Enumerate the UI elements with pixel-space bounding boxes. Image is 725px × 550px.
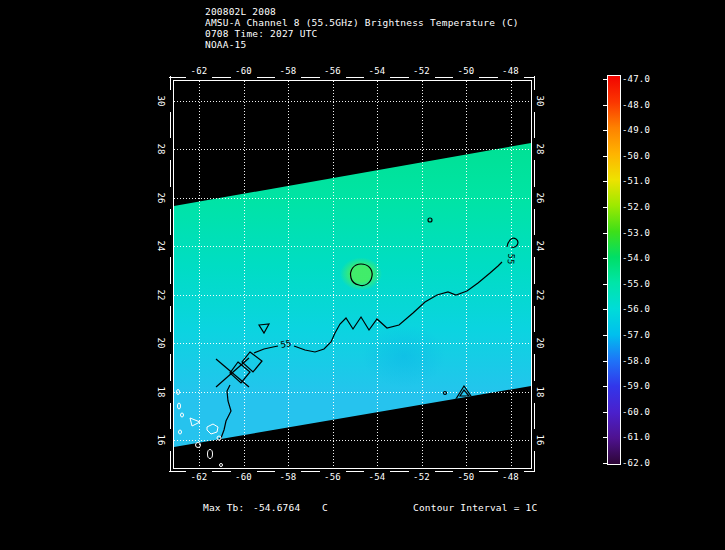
axis-tick-segment-right <box>534 160 535 186</box>
lon-tick-label-top: -56 <box>324 66 341 76</box>
colorbar-tick <box>603 207 607 208</box>
colorbar-tick <box>603 386 607 387</box>
lat-tick-label-right: 16 <box>535 434 545 445</box>
lat-tick-label-left: 26 <box>156 192 166 203</box>
lat-tick-label-right: 24 <box>535 241 545 252</box>
colorbar-tick <box>603 130 607 131</box>
axis-tick-segment-right <box>534 451 535 471</box>
colorbar-tick <box>603 258 607 259</box>
colorbar-tick <box>603 361 607 362</box>
axis-tick-segment-left <box>170 76 171 90</box>
colorbar <box>607 75 621 465</box>
colorbar-tick <box>603 181 607 182</box>
colorbar-tick <box>603 284 607 285</box>
colorbar-tick <box>603 233 607 234</box>
title-block: 200802L 2008 AMSU-A Channel 8 (55.5GHz) … <box>205 6 519 50</box>
island-outline <box>179 430 182 434</box>
lat-tick-label-left: 18 <box>156 386 166 397</box>
colorbar-tick-label: -56.0 <box>622 304 650 314</box>
colorbar-tick-label: -61.0 <box>622 432 650 442</box>
lat-tick-label-right: 30 <box>535 95 545 106</box>
axis-tick-segment-bottom <box>169 471 186 472</box>
axis-tick-segment-left <box>170 257 171 283</box>
colorbar-tick <box>603 79 607 80</box>
axis-tick-segment-top <box>435 77 454 78</box>
axis-tick-segment-top <box>346 77 365 78</box>
lon-tick-label-bottom: -58 <box>280 472 297 482</box>
colorbar-tick-label: -47.0 <box>622 74 650 84</box>
coastline-islands-layer <box>174 81 531 468</box>
lon-tick-label-top: -58 <box>280 66 297 76</box>
lon-tick-label-bottom: -50 <box>458 472 475 482</box>
island-outline <box>207 424 218 434</box>
axis-tick-segment-right <box>534 354 535 380</box>
island-outline <box>177 390 180 395</box>
lon-tick-label-bottom: -52 <box>413 472 430 482</box>
axis-tick-segment-top <box>301 77 320 78</box>
lon-tick-label-top: -60 <box>235 66 252 76</box>
lon-tick-label-top: -62 <box>191 66 208 76</box>
axis-tick-segment-left <box>170 112 171 138</box>
axis-tick-segment-left <box>170 451 171 471</box>
lon-tick-label-top: -52 <box>413 66 430 76</box>
max-tb-unit: C <box>322 502 328 513</box>
axis-tick-segment-top <box>169 77 186 78</box>
axis-tick-segment-top <box>212 77 231 78</box>
axis-tick-segment-top <box>390 77 409 78</box>
island-outline <box>178 403 181 409</box>
lat-tick-label-left: 20 <box>156 338 166 349</box>
colorbar-tick-label: -48.0 <box>622 100 650 110</box>
axis-tick-segment-bottom <box>435 471 454 472</box>
colorbar-tick-label: -58.0 <box>622 356 650 366</box>
lat-tick-label-left: 16 <box>156 434 166 445</box>
axis-tick-segment-bottom <box>390 471 409 472</box>
colorbar-tick <box>603 309 607 310</box>
lon-tick-label-bottom: -62 <box>191 472 208 482</box>
colorbar-tick-label: -50.0 <box>622 151 650 161</box>
colorbar-tick-label: -57.0 <box>622 330 650 340</box>
max-tb-label: Max Tb: <box>203 502 244 513</box>
colorbar-tick-label: -60.0 <box>622 407 650 417</box>
axis-tick-segment-bottom <box>257 471 276 472</box>
island-outline <box>190 418 200 426</box>
axis-tick-segment-bottom <box>301 471 320 472</box>
colorbar-tick <box>603 156 607 157</box>
lat-tick-label-right: 28 <box>535 144 545 155</box>
axis-tick-segment-bottom <box>346 471 365 472</box>
island-outlines <box>177 390 223 467</box>
island-outline <box>181 413 184 417</box>
colorbar-tick <box>603 105 607 106</box>
lat-tick-label-left: 22 <box>156 289 166 300</box>
axis-tick-segment-top <box>257 77 276 78</box>
title-time-line: 0708 Time: 2027 UTC <box>205 28 519 39</box>
colorbar-tick <box>603 463 607 464</box>
axis-tick-segment-bottom <box>479 471 498 472</box>
lon-tick-label-top: -48 <box>502 66 519 76</box>
axis-tick-segment-left <box>170 354 171 380</box>
island-outline <box>217 436 221 440</box>
colorbar-tick-label: -51.0 <box>622 176 650 186</box>
axis-tick-segment-right <box>534 403 535 429</box>
lon-tick-label-bottom: -48 <box>502 472 519 482</box>
axis-tick-segment-bottom <box>212 471 231 472</box>
axis-tick-segment-right <box>534 76 535 90</box>
lat-tick-label-right: 22 <box>535 289 545 300</box>
lat-tick-label-left: 28 <box>156 144 166 155</box>
colorbar-tick-label: -62.0 <box>622 458 650 468</box>
lon-tick-label-top: -50 <box>458 66 475 76</box>
title-satellite-line: NOAA-15 <box>205 39 519 50</box>
lat-tick-label-left: 24 <box>156 241 166 252</box>
colorbar-tick-label: -52.0 <box>622 202 650 212</box>
colorbar-tick-label: -53.0 <box>622 228 650 238</box>
lat-tick-label-right: 26 <box>535 192 545 203</box>
contour-interval-note: Contour Interval = 1C <box>413 502 537 513</box>
lon-tick-label-bottom: -56 <box>324 472 341 482</box>
title-id-line: 200802L 2008 <box>205 6 519 17</box>
lat-tick-label-left: 30 <box>156 95 166 106</box>
axis-tick-segment-right <box>534 257 535 283</box>
colorbar-tick <box>603 437 607 438</box>
axis-tick-segment-right <box>534 306 535 332</box>
title-product-line: AMSU-A Channel 8 (55.5GHz) Brightness Te… <box>205 17 519 28</box>
island-outline <box>208 450 213 459</box>
axis-tick-segment-right <box>534 112 535 138</box>
